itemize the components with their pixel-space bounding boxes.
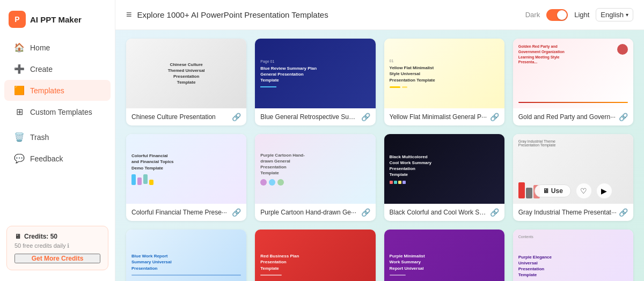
toggle-knob bbox=[557, 10, 567, 20]
link-icon[interactable]: 🔗 bbox=[232, 113, 241, 121]
template-thumb-colorful-financial: Colorful Financialand Financial TopicsDe… bbox=[126, 134, 246, 204]
credits-title: 🖥 Credits: 50 bbox=[14, 233, 100, 240]
sidebar-nav: 🏠 Home ➕ Create 🟧 Templates ⊞ Custom Tem… bbox=[0, 36, 115, 169]
sidebar-item-create-label: Create bbox=[30, 65, 53, 73]
sidebar: P AI PPT Maker 🏠 Home ➕ Create 🟧 Templat… bbox=[0, 0, 115, 281]
template-name: Colorful Financial Theme Prese··· bbox=[131, 209, 230, 216]
logo-icon: P bbox=[9, 11, 26, 28]
template-info: Purple Cartoon Hand-drawn Ge··· 🔗 bbox=[255, 204, 375, 221]
template-thumb-black-colorful: Black MulticoloredCool Work SummaryPrese… bbox=[384, 134, 504, 204]
template-info: Colorful Financial Theme Prese··· 🔗 bbox=[126, 204, 246, 221]
template-thumb-purple-cartoon: Purple Cartoon Hand-drawn GeneralPresent… bbox=[255, 134, 375, 204]
link-icon[interactable]: 🔗 bbox=[619, 208, 628, 217]
create-icon: ➕ bbox=[14, 64, 25, 74]
dark-mode-label: Dark bbox=[525, 11, 540, 19]
template-card-purple-cartoon[interactable]: Purple Cartoon Hand-drawn GeneralPresent… bbox=[255, 134, 375, 221]
sidebar-item-feedback-label: Feedback bbox=[30, 154, 63, 163]
dark-light-toggle[interactable] bbox=[546, 9, 568, 21]
template-card-blue-general[interactable]: Page 01 Blue Review Summary PlanGeneral … bbox=[255, 39, 375, 125]
sidebar-item-trash-label: Trash bbox=[30, 133, 49, 142]
light-mode-label: Light bbox=[574, 11, 589, 19]
trash-icon: 🗑️ bbox=[14, 132, 25, 142]
header-left: ≡ Explore 1000+ AI PowerPoint Presentati… bbox=[126, 9, 328, 20]
main-content: ≡ Explore 1000+ AI PowerPoint Presentati… bbox=[115, 0, 644, 281]
template-card-black-colorful[interactable]: Black MulticoloredCool Work SummaryPrese… bbox=[384, 134, 504, 221]
template-thumb-blue-work: Blue Work ReportSummary UniversalPresent… bbox=[126, 230, 246, 281]
credits-box: 🖥 Credits: 50 50 free credits daily ℹ Ge… bbox=[6, 226, 108, 270]
language-selector[interactable]: English ▾ bbox=[596, 8, 633, 21]
custom-templates-icon: ⊞ bbox=[14, 107, 25, 117]
template-thumb-purple-minimalist: Purple MinimalistWork SummaryReport Univ… bbox=[384, 230, 504, 281]
link-icon[interactable]: 🔗 bbox=[361, 208, 370, 217]
sidebar-item-home[interactable]: 🏠 Home bbox=[4, 37, 111, 58]
template-info: Yellow Flat Minimalist General P··· 🔗 bbox=[384, 108, 504, 125]
template-card-purple-elegance[interactable]: Contents Purple EleganceUniversalPresent… bbox=[513, 230, 633, 281]
sidebar-item-custom-templates-label: Custom Templates bbox=[30, 108, 92, 116]
page-header: ≡ Explore 1000+ AI PowerPoint Presentati… bbox=[115, 0, 644, 30]
sidebar-logo: P AI PPT Maker bbox=[0, 6, 115, 36]
template-card-gold-red[interactable]: Golden Red Party andGovernment Organizat… bbox=[513, 39, 633, 125]
template-card-gray-industrial[interactable]: Gray Industrial ThemePresentation Templa… bbox=[513, 134, 633, 221]
link-icon[interactable]: 🔗 bbox=[232, 208, 241, 217]
monitor-icon: 🖥 bbox=[543, 187, 549, 195]
sidebar-item-templates-label: Templates bbox=[30, 86, 64, 95]
template-info: Blue General Retrospective Sum··· 🔗 bbox=[255, 108, 375, 125]
sidebar-item-trash[interactable]: 🗑️ Trash bbox=[4, 127, 111, 147]
use-button[interactable]: 🖥 Use bbox=[535, 184, 571, 197]
template-use-overlay: 🖥 Use ♡ ▶ bbox=[535, 183, 612, 198]
language-label: English bbox=[601, 11, 624, 19]
template-name: Chinese Culture Presentation bbox=[131, 113, 230, 121]
feedback-icon: 💬 bbox=[14, 153, 25, 164]
template-thumb-purple-elegance: Contents Purple EleganceUniversalPresent… bbox=[513, 230, 633, 281]
template-card-colorful-financial[interactable]: Colorful Financialand Financial TopicsDe… bbox=[126, 134, 246, 221]
template-info: Black Colorful and Cool Work Su··· 🔗 bbox=[384, 204, 504, 221]
template-thumb-gold-red: Golden Red Party andGovernment Organizat… bbox=[513, 39, 633, 108]
credits-icon: 🖥 bbox=[14, 233, 21, 240]
page-title: Explore 1000+ AI PowerPoint Presentation… bbox=[137, 10, 328, 19]
template-info: Chinese Culture Presentation 🔗 bbox=[126, 108, 246, 125]
template-name: Yellow Flat Minimalist General P··· bbox=[390, 113, 488, 121]
template-gallery: Chinese CultureThemed UniversalPresentat… bbox=[115, 30, 644, 281]
template-name: Purple Cartoon Hand-drawn Ge··· bbox=[260, 209, 358, 216]
template-card-blue-work[interactable]: Blue Work ReportSummary UniversalPresent… bbox=[126, 230, 246, 281]
template-thumb-chinese-culture: Chinese CultureThemed UniversalPresentat… bbox=[126, 39, 246, 108]
template-info: Gray Industrial Theme Presentat··· 🔗 bbox=[513, 204, 633, 221]
sidebar-item-home-label: Home bbox=[30, 43, 50, 52]
template-thumb-blue-general: Page 01 Blue Review Summary PlanGeneral … bbox=[255, 39, 375, 108]
get-more-credits-button[interactable]: Get More Credits bbox=[14, 254, 100, 263]
credits-subtitle: 50 free credits daily ℹ bbox=[14, 242, 100, 249]
logo-text: AI PPT Maker bbox=[30, 15, 82, 24]
link-icon[interactable]: 🔗 bbox=[490, 208, 499, 217]
template-name: Blue General Retrospective Sum··· bbox=[260, 113, 358, 121]
link-icon[interactable]: 🔗 bbox=[619, 113, 628, 121]
hamburger-icon[interactable]: ≡ bbox=[126, 9, 132, 20]
info-icon: ℹ bbox=[67, 242, 69, 249]
heart-icon[interactable]: ♡ bbox=[576, 183, 591, 198]
sidebar-item-feedback[interactable]: 💬 Feedback bbox=[4, 148, 111, 169]
sidebar-item-templates[interactable]: 🟧 Templates bbox=[4, 80, 111, 101]
template-card-yellow-flat[interactable]: 01 Yellow Flat MinimalistStyle Universal… bbox=[384, 39, 504, 125]
header-right: Dark Light English ▾ bbox=[525, 8, 633, 21]
sidebar-item-custom-templates[interactable]: ⊞ Custom Templates bbox=[4, 101, 111, 122]
template-card-chinese-culture[interactable]: Chinese CultureThemed UniversalPresentat… bbox=[126, 39, 246, 125]
template-name: Black Colorful and Cool Work Su··· bbox=[390, 209, 488, 216]
chevron-down-icon: ▾ bbox=[626, 12, 628, 18]
template-info: Gold and Red Party and Govern··· 🔗 bbox=[513, 108, 633, 125]
template-name: Gold and Red Party and Govern··· bbox=[518, 113, 617, 121]
sidebar-item-create[interactable]: ➕ Create bbox=[4, 58, 111, 79]
play-icon[interactable]: ▶ bbox=[597, 183, 612, 198]
template-card-purple-minimalist[interactable]: Purple MinimalistWork SummaryReport Univ… bbox=[384, 230, 504, 281]
template-name: Gray Industrial Theme Presentat··· bbox=[518, 209, 617, 216]
templates-icon: 🟧 bbox=[14, 85, 25, 95]
template-thumb-gray-industrial: Gray Industrial ThemePresentation Templa… bbox=[513, 134, 633, 204]
template-thumb-yellow-flat: 01 Yellow Flat MinimalistStyle Universal… bbox=[384, 39, 504, 108]
link-icon[interactable]: 🔗 bbox=[361, 113, 370, 121]
gallery-grid: Chinese CultureThemed UniversalPresentat… bbox=[126, 39, 633, 281]
template-thumb-red-business: Red Business PlanPresentationTemplate bbox=[255, 230, 375, 281]
home-icon: 🏠 bbox=[14, 42, 25, 53]
link-icon[interactable]: 🔗 bbox=[490, 113, 499, 121]
template-card-red-business[interactable]: Red Business PlanPresentationTemplate Re… bbox=[255, 230, 375, 281]
